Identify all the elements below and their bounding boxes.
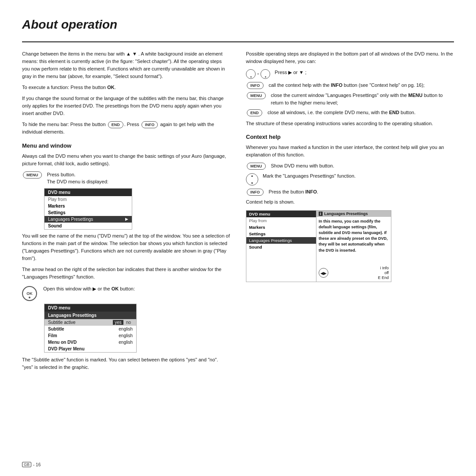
final-note: The "Subtitle active" function is marked… bbox=[22, 356, 230, 371]
end-text: close all windows, i.e. the complete DVD… bbox=[268, 109, 454, 116]
info-button: INFO bbox=[247, 82, 264, 89]
left-column: Change between the items in the menu bar… bbox=[22, 50, 230, 375]
intro-p2: To execute a function: Press the button … bbox=[22, 84, 230, 91]
menu-item-settings: Settings bbox=[45, 209, 132, 216]
menu-item-playfrom: Play from bbox=[45, 196, 132, 203]
ctx-footer-nav: ◀▶ i Info off E End bbox=[319, 266, 389, 280]
open-window-text: Open this window with ▶ or the OK button… bbox=[43, 285, 230, 293]
intro-p3: If you change the sound format or the la… bbox=[22, 95, 230, 117]
gb-badge: GB bbox=[22, 462, 31, 467]
show-dvd-row: MENU Show DVD menu with button. bbox=[246, 162, 454, 170]
submenu-illustration: DVD menu Languages Presettings Subtitle … bbox=[44, 304, 137, 353]
end-button-right: END bbox=[247, 109, 262, 116]
dvd-menu-title: DVD menu bbox=[45, 189, 132, 196]
info-button-3: INFO bbox=[247, 189, 264, 196]
intro-p4: To hide the menu bar: Press the button E… bbox=[22, 121, 230, 136]
mark-lang-row: Mark the "Languages Presettings" functio… bbox=[246, 172, 454, 186]
submenu-row-menu-dvd: Menu on DVDenglish bbox=[45, 339, 136, 346]
menu-button-icon: MENU bbox=[23, 171, 42, 178]
press-or-text: Press ▶ or ▼ ; bbox=[275, 69, 454, 76]
ctx-end-label: E End bbox=[378, 275, 389, 280]
ctx-off-label: off bbox=[384, 271, 389, 275]
press-menu-row: MENU Press button. The DVD menu is displ… bbox=[22, 171, 230, 186]
mark-lang-text: Mark the "Languages Presettings" functio… bbox=[263, 172, 454, 180]
ctx-item-settings: Settings bbox=[246, 231, 316, 237]
info-row: INFO call the context help with the INFO… bbox=[246, 82, 454, 89]
circle-icon-2 bbox=[260, 69, 270, 79]
explanation-p1: You will see the name of the menu ("DVD … bbox=[22, 232, 230, 262]
ok-button-icon: OK bbox=[22, 286, 37, 301]
dvd-menu-illustration: DVD menu Play from Markers Settings Lang… bbox=[44, 188, 132, 230]
nav-circle-icon bbox=[246, 173, 258, 186]
submenu-dvd-title: DVD menu bbox=[45, 304, 136, 312]
ctx-dvd-menu-title: DVD menu bbox=[246, 211, 316, 217]
page-number: - 16 bbox=[33, 462, 41, 467]
explanation-p2: The arrow head on the right of the selec… bbox=[22, 266, 230, 281]
ctx-item-markers: Markers bbox=[246, 224, 316, 231]
ctx-help-footer: ◀▶ i Info off E End bbox=[316, 264, 391, 282]
right-column: Possible operating steps are displayed i… bbox=[246, 50, 454, 375]
press-button-text: Press button. The DVD menu is displayed: bbox=[47, 171, 231, 186]
menu-button-2: MENU bbox=[247, 163, 266, 170]
submenu-lang-title: Languages Presettings bbox=[45, 312, 136, 319]
right-intro: Possible operating steps are displayed i… bbox=[246, 50, 454, 65]
section-menu-window: Menu and window bbox=[22, 142, 230, 149]
ctx-help-panel: i Languages Presettings In this menu, yo… bbox=[316, 210, 391, 282]
ctx-help-body: In this menu, you can modify the default… bbox=[316, 217, 391, 255]
submenu-row-subtitle-active: Subtitle active yesno bbox=[45, 319, 136, 326]
intro-p1: Change between the items in the menu bar… bbox=[22, 50, 230, 80]
ctx-item-playfrom: Play from bbox=[246, 217, 316, 224]
press-info-text: Press the button INFO. bbox=[269, 188, 454, 196]
menu-item-sound: Sound bbox=[45, 223, 132, 229]
menu-item-langpre: Languages Presettings ▶ bbox=[45, 216, 132, 223]
page-title: About operation bbox=[22, 18, 454, 32]
menu-item-markers: Markers bbox=[45, 203, 132, 209]
menu-close-text: close the current window "Languages Pres… bbox=[271, 92, 454, 106]
circle-icon-1 bbox=[246, 69, 256, 79]
open-window-row: OK Open this window with ▶ or the OK but… bbox=[22, 285, 230, 301]
structure-note: The structure of these operating instruc… bbox=[246, 120, 454, 127]
info-text: call the context help with the INFO butt… bbox=[269, 82, 454, 89]
ctx-item-sound: Sound bbox=[246, 244, 316, 250]
menu-p1: Always call the DVD menu when you want t… bbox=[22, 152, 230, 167]
ctx-dvd-menu: DVD menu Play from Markers Settings Lang… bbox=[246, 210, 316, 282]
page-footer: GB - 16 bbox=[22, 462, 41, 467]
show-dvd-text: Show DVD menu with button. bbox=[271, 162, 454, 170]
submenu-row-subtitle: Subtitleenglish bbox=[45, 326, 136, 332]
info-button-inline: INFO bbox=[141, 121, 158, 128]
ctx-info-label: i Info bbox=[380, 266, 389, 270]
menu-button: MENU bbox=[247, 92, 266, 99]
menu-close-row: MENU close the current window "Languages… bbox=[246, 92, 454, 106]
context-demo: DVD menu Play from Markers Settings Lang… bbox=[246, 210, 454, 282]
ctx-item-langpre: Languages Presettings bbox=[246, 237, 316, 244]
submenu-row-film: Filmenglish bbox=[45, 332, 136, 339]
press-info-row: INFO Press the button INFO. bbox=[246, 188, 454, 196]
press-or-row: • Press ▶ or ▼ ; bbox=[246, 69, 454, 79]
yes-no-toggle: yesno bbox=[113, 320, 133, 325]
end-button: END bbox=[108, 121, 123, 128]
context-p1: Whenever you have marked a function in t… bbox=[246, 144, 454, 159]
section-context-help: Context help bbox=[246, 134, 454, 140]
context-shown: Context help is shown. bbox=[246, 198, 454, 206]
end-row: END close all windows, i.e. the complete… bbox=[246, 109, 454, 116]
ctx-help-title: i Languages Presettings bbox=[316, 211, 391, 217]
submenu-row-dvdplayer: DVD Player Menu bbox=[45, 346, 136, 352]
